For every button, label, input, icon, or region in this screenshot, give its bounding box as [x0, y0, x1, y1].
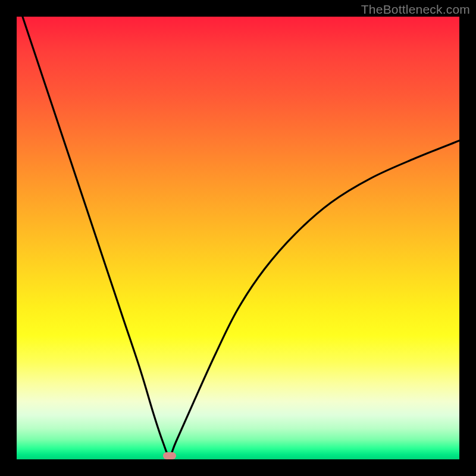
- plot-area: [17, 17, 459, 459]
- watermark-text: TheBottleneck.com: [361, 2, 470, 17]
- bottleneck-curve: [17, 17, 459, 459]
- chart-frame: TheBottleneck.com: [0, 0, 476, 476]
- minimum-marker: [163, 452, 176, 459]
